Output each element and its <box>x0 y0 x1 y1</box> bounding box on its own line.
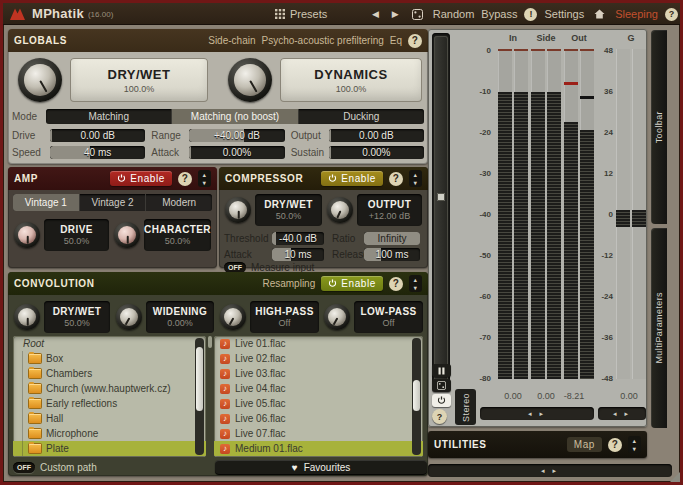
convolution-help-icon[interactable]: ? <box>389 277 403 291</box>
drywet-knob[interactable] <box>18 58 62 102</box>
ir-file-medium-01-flac[interactable]: ♪Medium 01.flac <box>214 441 423 456</box>
ratio-field[interactable]: Infinity <box>364 232 420 245</box>
stereo-button[interactable]: Stereo <box>455 389 476 425</box>
comp-drywet-knob[interactable] <box>225 197 251 223</box>
sidechain-button[interactable]: Side-chain <box>208 35 255 46</box>
tree-folder-hall[interactable]: Hall <box>13 411 206 426</box>
meter-hscrollbar[interactable]: ◂ ▸ <box>480 407 594 420</box>
resampling-button[interactable]: Resampling <box>262 278 315 289</box>
sustain-field[interactable]: 0.00% <box>329 146 424 159</box>
ir-file-live-06-flac[interactable]: ♪Live 06.flac <box>214 411 423 426</box>
tree-scrollbar[interactable] <box>195 338 204 455</box>
amp-character-knob[interactable] <box>114 222 140 248</box>
titlebar-actions: ◀ ▶ Random Bypass ! Settings Sleeping ? <box>369 3 678 25</box>
compressor-help-icon[interactable]: ? <box>389 172 403 186</box>
ir-file-live-03-flac[interactable]: ♪Live 03.flac <box>214 366 423 381</box>
toolbar-side-tab[interactable]: Toolbar <box>651 30 667 224</box>
speed-field[interactable]: 40 ms <box>50 146 145 159</box>
settings-button[interactable]: Settings <box>544 8 584 20</box>
conv-widening-display[interactable]: WIDENING0.00% <box>146 301 214 333</box>
preset-prev-button[interactable]: ◀ <box>369 7 382 21</box>
dynamics-display[interactable]: DYNAMICS 100.0% <box>280 58 422 102</box>
status-sleeping[interactable]: Sleeping <box>615 8 658 20</box>
ir-file-live-04-flac[interactable]: ♪Live 04.flac <box>214 381 423 396</box>
amp-help-icon[interactable]: ? <box>178 172 192 186</box>
map-button[interactable]: Map <box>567 437 602 452</box>
amp-tab-vintage1[interactable]: Vintage 1 <box>13 194 80 211</box>
tree-folder-box[interactable]: Box <box>13 351 206 366</box>
psychoacoustic-button[interactable]: Psycho-acoustic prefiltering <box>261 35 383 46</box>
amp-collapse-button[interactable]: ▴▾ <box>198 170 211 187</box>
help-icon[interactable]: ? <box>665 8 678 21</box>
resize-grip[interactable] <box>670 472 680 482</box>
tree-folder-early-reflections[interactable]: Early reflections <box>13 396 206 411</box>
custom-path-toggle[interactable]: OFF <box>13 462 35 473</box>
ir-file-live-01-flac[interactable]: ♪Live 01.flac <box>214 336 423 351</box>
conv-highpass-knob[interactable] <box>220 304 246 330</box>
measure-input-toggle[interactable]: OFF <box>224 262 246 273</box>
tree-folder-plate[interactable]: Plate <box>13 441 206 456</box>
home-icon[interactable] <box>591 7 608 21</box>
drywet-display[interactable]: DRY/WET 100.0% <box>70 58 208 102</box>
compressor-enable-button[interactable]: Enable <box>321 171 383 186</box>
conv-highpass-display[interactable]: HIGH-PASSOff <box>250 301 319 333</box>
utilities-help-icon[interactable]: ? <box>608 438 622 452</box>
conv-widening-knob[interactable] <box>116 304 142 330</box>
mode-matching-no-boost[interactable]: Matching (no boost) <box>172 109 298 124</box>
threshold-field[interactable]: -40.0 dB <box>272 232 324 245</box>
random-dice-icon[interactable] <box>409 7 426 22</box>
conv-lowpass-knob[interactable] <box>324 304 350 330</box>
ir-file-live-02-flac[interactable]: ♪Live 02.flac <box>214 351 423 366</box>
ir-file-live-05-flac[interactable]: ♪Live 05.flac <box>214 396 423 411</box>
utilities-hscrollbar[interactable]: ◂ ▸ <box>428 464 672 477</box>
convolution-panel: CONVOLUTION Resampling Enable ? ▴▾ DRY/W… <box>8 272 428 476</box>
tree-folder-chambers[interactable]: Chambers <box>13 366 206 381</box>
amp-tab-modern[interactable]: Modern <box>146 194 212 211</box>
pause-button[interactable] <box>432 364 451 377</box>
melda-logo-icon[interactable] <box>9 7 26 21</box>
drive-field[interactable]: 0.00 dB <box>50 129 145 142</box>
amp-drive-display[interactable]: DRIVE50.0% <box>44 219 109 251</box>
amp-drive-knob[interactable] <box>14 222 40 248</box>
limiter-info-icon[interactable]: ! <box>524 8 537 21</box>
comp-output-display[interactable]: OUTPUT+12.00 dB <box>357 194 422 226</box>
amp-enable-button[interactable]: Enable <box>110 171 172 186</box>
conv-lowpass-display[interactable]: LOW-PASSOff <box>354 301 423 333</box>
mode-matching[interactable]: Matching <box>46 109 172 124</box>
compressor-collapse-button[interactable]: ▴▾ <box>409 170 422 187</box>
preset-next-button[interactable]: ▶ <box>389 7 402 21</box>
convolution-collapse-button[interactable]: ▴▾ <box>409 275 422 292</box>
dynamics-knob[interactable] <box>228 58 272 102</box>
file-scrollbar[interactable] <box>412 338 421 455</box>
eq-button[interactable]: Eq <box>390 35 402 46</box>
tree-folder-church-www-hauptwerk-cz-[interactable]: Church (www.hauptwerk.cz) <box>13 381 206 396</box>
comp-drywet-display[interactable]: DRY/WET50.0% <box>255 194 322 226</box>
comp-attack-field[interactable]: 10 ms <box>272 248 324 261</box>
output-field[interactable]: 0.00 dB <box>329 129 424 142</box>
range-field[interactable]: +40.00 dB <box>189 129 284 142</box>
meter-power-button[interactable] <box>432 394 451 407</box>
tree-folder-microphone[interactable]: Microphone <box>13 426 206 441</box>
presets-button[interactable]: Presets <box>275 3 327 25</box>
ir-file-live-07-flac[interactable]: ♪Live 07.flac <box>214 426 423 441</box>
utilities-collapse-button[interactable]: ▴▾ <box>628 436 641 453</box>
comp-output-knob[interactable] <box>327 197 353 223</box>
amp-character-display[interactable]: CHARACTER50.0% <box>144 219 211 251</box>
meter-help-icon[interactable]: ? <box>432 409 447 424</box>
attack-field[interactable]: 0.00% <box>189 146 284 159</box>
conv-drywet-knob[interactable] <box>14 304 40 330</box>
random-button[interactable]: Random <box>433 8 475 20</box>
tree-root[interactable]: Root <box>13 336 206 351</box>
mode-ducking[interactable]: Ducking <box>299 109 424 124</box>
channel-mode-button[interactable] <box>432 379 451 392</box>
conv-drywet-display[interactable]: DRY/WET50.0% <box>44 301 110 333</box>
multiparameters-side-tab[interactable]: MultiParameters <box>651 228 667 428</box>
convolution-enable-button[interactable]: Enable <box>321 276 383 291</box>
globals-help-icon[interactable]: ? <box>408 34 422 48</box>
favourites-button[interactable]: ♥ Favourites <box>215 460 427 474</box>
gain-hscrollbar[interactable]: ◂ ▸ <box>598 407 646 420</box>
bypass-button[interactable]: Bypass <box>481 8 517 20</box>
list-splitter[interactable] <box>206 336 214 457</box>
amp-tab-vintage2[interactable]: Vintage 2 <box>80 194 147 211</box>
release-field[interactable]: 100 ms <box>364 248 420 261</box>
